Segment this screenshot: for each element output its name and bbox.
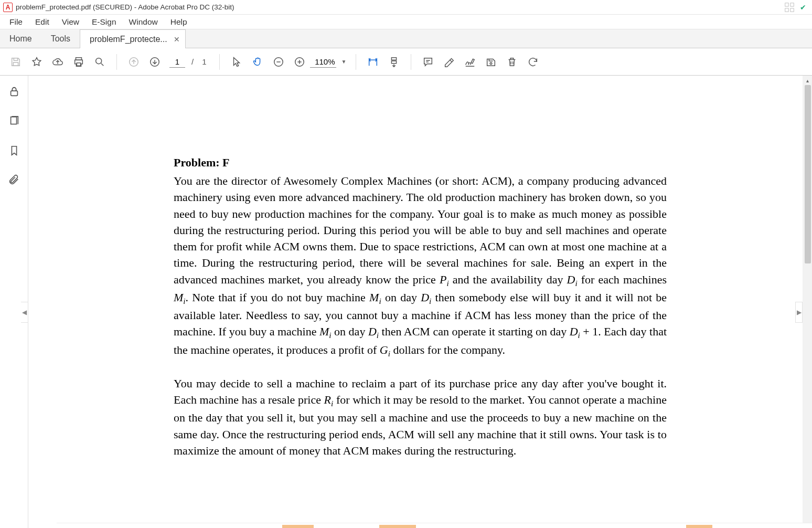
fullscreen-icon[interactable] — [784, 3, 795, 12]
svg-rect-3 — [790, 8, 794, 11]
zoom-dropdown-icon[interactable]: ▼ — [338, 59, 350, 65]
delete-icon[interactable] — [501, 51, 522, 72]
tab-bar: Home Tools problemF_protecte... ✕ — [0, 29, 812, 48]
main-area: ◀ Problem: F You are the director of Awe… — [0, 76, 812, 528]
menu-edit[interactable]: Edit — [30, 16, 55, 28]
menu-help[interactable]: Help — [165, 16, 193, 28]
svg-rect-16 — [10, 117, 16, 124]
attachment-icon[interactable] — [7, 173, 21, 187]
svg-point-7 — [96, 58, 102, 64]
scroll-thumb[interactable] — [805, 85, 811, 263]
sign-icon[interactable] — [460, 51, 480, 72]
svg-rect-0 — [785, 3, 788, 6]
cloud-upload-icon[interactable] — [47, 51, 68, 72]
page-total: 1 — [200, 57, 208, 66]
right-rail-toggle-icon[interactable]: ▶ — [795, 302, 803, 323]
paragraph-1: You are the director of Awesomely Comple… — [174, 173, 667, 360]
close-tab-icon[interactable]: ✕ — [174, 35, 180, 44]
menu-bar: File Edit View E-Sign Window Help — [0, 15, 812, 29]
zoom-out-icon[interactable] — [268, 51, 289, 72]
left-rail-toggle-icon[interactable]: ◀ — [21, 302, 28, 323]
acrobat-icon: A — [3, 3, 13, 12]
toolbar: / 1 ▼ — [0, 48, 812, 76]
window-titlebar: A problemF_protected.pdf (SECURED) - Ado… — [0, 0, 812, 15]
fit-width-icon[interactable] — [362, 51, 383, 72]
hand-tool-icon[interactable] — [247, 51, 268, 72]
stamp-icon[interactable] — [480, 51, 501, 72]
star-icon[interactable] — [26, 51, 47, 72]
scroll-up-icon[interactable]: ▴ — [803, 76, 812, 85]
lock-icon[interactable] — [7, 85, 21, 99]
bottom-bar — [57, 523, 812, 528]
menu-window[interactable]: Window — [124, 16, 163, 28]
search-icon[interactable] — [89, 51, 110, 72]
tab-document-label: problemF_protecte... — [90, 35, 167, 44]
zoom-input[interactable] — [310, 56, 336, 68]
print-icon[interactable] — [68, 51, 89, 72]
menu-view[interactable]: View — [57, 16, 84, 28]
svg-rect-1 — [790, 3, 794, 6]
rotate-icon[interactable] — [522, 51, 543, 72]
comment-icon[interactable] — [418, 51, 439, 72]
svg-point-14 — [490, 62, 493, 64]
tab-document[interactable]: problemF_protecte... ✕ — [80, 29, 186, 48]
page-number-input[interactable] — [169, 56, 185, 68]
svg-rect-6 — [77, 62, 80, 66]
scroll-mode-icon[interactable] — [383, 51, 404, 72]
save-icon[interactable] — [5, 51, 26, 72]
page-down-icon[interactable] — [144, 51, 165, 72]
highlight-icon[interactable] — [439, 51, 460, 72]
select-tool-icon[interactable] — [226, 51, 247, 72]
problem-heading: Problem: F — [174, 154, 667, 171]
chevron-down-icon[interactable]: ✔ — [797, 3, 809, 12]
page-up-icon[interactable] — [123, 51, 144, 72]
paragraph-2: You may decide to sell a machine to recl… — [174, 375, 667, 459]
svg-rect-4 — [13, 62, 18, 65]
navigation-rail: ◀ — [0, 76, 28, 528]
tab-home[interactable]: Home — [0, 29, 41, 48]
document-page: Problem: F You are the director of Aweso… — [132, 76, 709, 495]
menu-esign[interactable]: E-Sign — [87, 16, 122, 28]
svg-rect-13 — [392, 61, 397, 64]
page-sep: / — [189, 57, 196, 66]
thumbnails-icon[interactable] — [7, 114, 21, 128]
vertical-scrollbar[interactable]: ▴ ▾ — [803, 76, 812, 528]
svg-rect-12 — [392, 57, 397, 60]
document-viewport[interactable]: Problem: F You are the director of Aweso… — [28, 76, 812, 528]
svg-rect-2 — [785, 8, 788, 11]
zoom-in-icon[interactable] — [289, 51, 310, 72]
svg-rect-15 — [10, 91, 17, 96]
tab-tools[interactable]: Tools — [41, 29, 80, 48]
window-title: problemF_protected.pdf (SECURED) - Adobe… — [16, 3, 234, 11]
menu-file[interactable]: File — [4, 16, 28, 28]
bookmark-icon[interactable] — [7, 144, 21, 157]
